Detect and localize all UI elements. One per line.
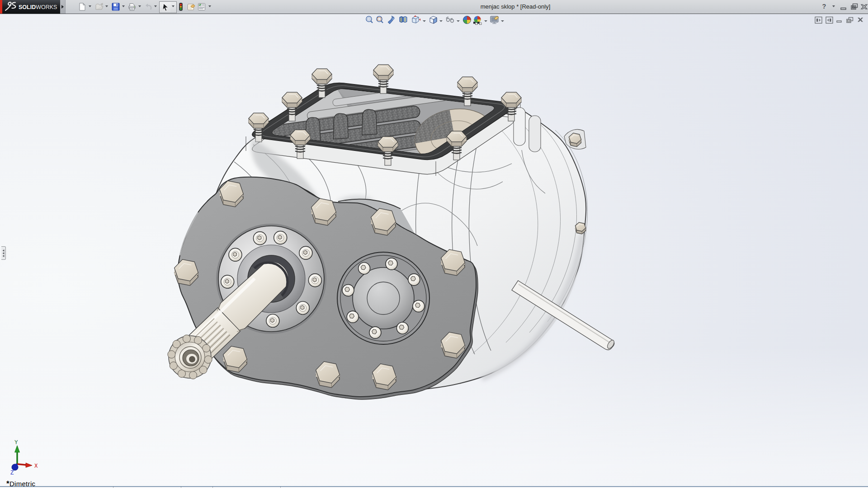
svg-text:X: X xyxy=(34,463,38,469)
svg-text:?: ? xyxy=(822,3,826,10)
svg-text:Y: Y xyxy=(14,440,18,446)
svg-text:Z: Z xyxy=(10,470,14,476)
